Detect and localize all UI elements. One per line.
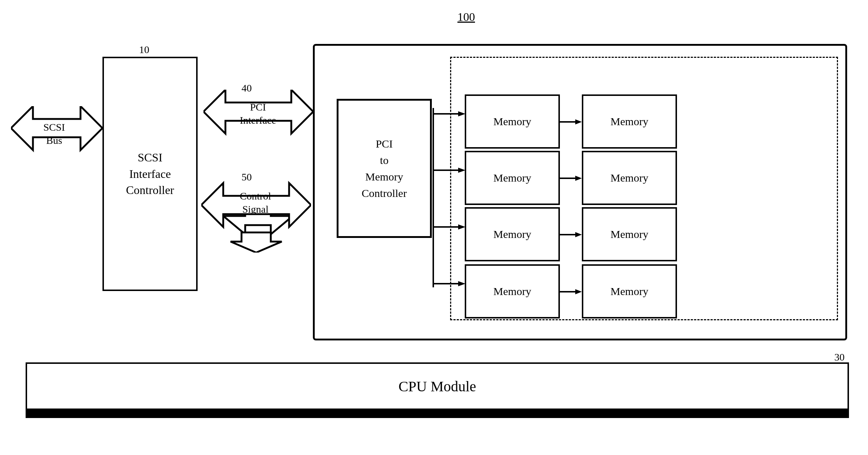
svg-marker-17 bbox=[575, 176, 582, 181]
arrow-row2 bbox=[433, 165, 465, 176]
svg-marker-6 bbox=[458, 111, 465, 116]
arrow-mem-row1 bbox=[560, 116, 582, 127]
diagram-container: 100 10 20 21 22 30 40 50 SCSI Bus SCSI I… bbox=[0, 0, 868, 455]
ref-10: 10 bbox=[139, 44, 149, 56]
svg-marker-15 bbox=[575, 119, 582, 124]
svg-marker-10 bbox=[458, 224, 465, 230]
arrow-mem-row4 bbox=[560, 286, 582, 297]
svg-marker-19 bbox=[575, 232, 582, 237]
memory-box-3-2: Memory bbox=[582, 207, 677, 261]
cpu-module-box: CPU Module bbox=[26, 362, 849, 410]
memory-box-4-2: Memory bbox=[582, 264, 677, 318]
memory-box-4-1: Memory bbox=[465, 264, 560, 318]
svg-marker-8 bbox=[458, 168, 465, 173]
memory-box-3-1: Memory bbox=[465, 207, 560, 261]
title-label: 100 bbox=[457, 10, 475, 24]
svg-marker-21 bbox=[575, 289, 582, 294]
svg-marker-4 bbox=[231, 232, 282, 253]
vertical-connector bbox=[431, 108, 435, 287]
svg-marker-12 bbox=[458, 281, 465, 286]
arrow-mem-row3 bbox=[560, 229, 582, 240]
cpu-module-bar bbox=[26, 410, 849, 418]
ref-30: 30 bbox=[834, 351, 845, 363]
arrow-row3 bbox=[433, 221, 465, 232]
memory-box-2-2: Memory bbox=[582, 151, 677, 205]
scsi-controller-box: SCSI Interface Controller bbox=[102, 57, 198, 291]
memory-box-1-1: Memory bbox=[465, 94, 560, 149]
memory-box-1-2: Memory bbox=[582, 94, 677, 149]
scsi-bus-label: SCSI Bus bbox=[21, 121, 87, 148]
arrow-row4 bbox=[433, 278, 465, 289]
arrow-row1 bbox=[433, 108, 465, 119]
pci-interface-label: PCI Interface bbox=[218, 101, 298, 127]
arrow-mem-row2 bbox=[560, 173, 582, 184]
memory-box-2-1: Memory bbox=[465, 151, 560, 205]
control-signal-label: Control Signal bbox=[219, 190, 292, 216]
pci-memory-controller-box: PCI to Memory Controller bbox=[337, 99, 432, 238]
